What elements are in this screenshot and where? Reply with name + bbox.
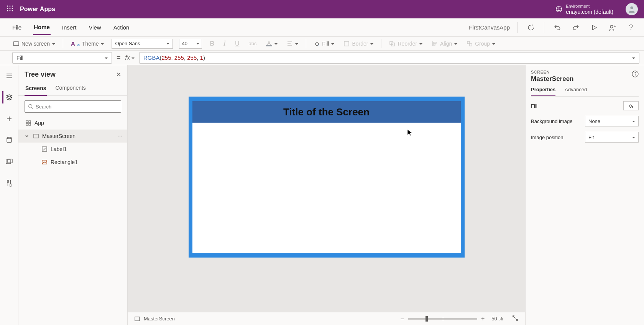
selection-name: MasterScreen — [531, 75, 639, 83]
share-icon[interactable] — [607, 22, 618, 33]
status-bar: MasterScreen − + 50 % — [128, 312, 525, 325]
rail-tools-icon[interactable] — [3, 177, 15, 189]
rail-media-icon[interactable] — [3, 156, 15, 168]
property-select[interactable]: Fill — [12, 52, 112, 64]
font-color-button[interactable]: A — [264, 41, 279, 47]
rail-data-icon[interactable] — [3, 134, 15, 146]
svg-rect-36 — [10, 184, 11, 186]
svg-rect-34 — [7, 180, 8, 182]
label-icon — [41, 146, 48, 152]
chevron-down-icon — [196, 41, 199, 46]
screen-frame[interactable]: Title of the Screen — [189, 97, 465, 258]
svg-rect-14 — [13, 42, 19, 46]
svg-point-11 — [630, 7, 633, 9]
theme-button[interactable]: Aa Theme — [69, 40, 106, 47]
svg-rect-23 — [433, 44, 435, 45]
canvas-area: Title of the Screen MasterScreen − + 50 … — [128, 65, 525, 325]
menu-home[interactable]: Home — [33, 24, 51, 35]
svg-point-0 — [7, 6, 8, 7]
zoom-out-button[interactable]: − — [400, 317, 404, 321]
prop-bg-label: Background image — [531, 118, 572, 124]
chevron-down-icon — [454, 41, 457, 47]
svg-point-31 — [7, 137, 12, 139]
play-icon[interactable] — [589, 22, 600, 33]
canvas-title-rectangle[interactable]: Title of the Screen — [192, 101, 461, 123]
tree-node-label[interactable]: Label1 — [18, 143, 127, 156]
environment-label: Environment — [566, 4, 613, 9]
align-button[interactable]: Align — [430, 41, 459, 47]
left-rail — [0, 65, 18, 325]
svg-point-3 — [7, 8, 8, 9]
zoom-in-button[interactable]: + — [481, 315, 485, 322]
rail-insert-icon[interactable] — [3, 113, 15, 125]
cursor-icon — [407, 129, 412, 136]
svg-rect-40 — [26, 121, 28, 123]
canvas-title-text[interactable]: Title of the Screen — [283, 106, 370, 118]
svg-rect-48 — [135, 317, 140, 321]
more-icon[interactable]: ⋯ — [117, 133, 123, 139]
bold-button[interactable]: B — [208, 40, 216, 47]
info-icon[interactable] — [632, 71, 639, 79]
equals-sign: = — [117, 54, 121, 62]
menu-action[interactable]: Action — [113, 24, 130, 34]
tab-properties[interactable]: Properties — [531, 87, 555, 96]
help-icon[interactable]: ? — [626, 22, 636, 33]
background-image-select[interactable]: None — [585, 116, 639, 126]
tree-node-app[interactable]: App — [18, 117, 127, 130]
group-button[interactable]: Group — [465, 41, 497, 47]
undo-icon[interactable] — [552, 22, 563, 33]
tree-node-rectangle[interactable]: Rectangle1 — [18, 156, 127, 169]
tab-components[interactable]: Components — [54, 83, 86, 95]
chevron-down-icon — [370, 41, 373, 47]
tab-screens[interactable]: Screens — [25, 84, 47, 96]
border-button[interactable]: Border — [342, 41, 375, 47]
screen-surface[interactable]: Title of the Screen — [192, 101, 461, 253]
font-size-select[interactable]: 40 — [179, 39, 202, 49]
tree-search-input[interactable] — [36, 104, 118, 110]
prop-fill-label: Fill — [531, 103, 537, 109]
text-align-button[interactable] — [285, 41, 300, 47]
status-screen-name: MasterScreen — [144, 316, 175, 322]
environment-picker[interactable]: Environment enayu.com (default) — [555, 4, 613, 15]
strikethrough-button[interactable]: abc — [247, 41, 258, 46]
fill-color-button[interactable]: Fill — [312, 41, 336, 47]
fit-to-window-icon[interactable] — [512, 315, 518, 322]
global-header: Power Apps Environment enayu.com (defaul… — [0, 0, 644, 18]
zoom-slider[interactable] — [408, 318, 477, 320]
rail-treeview-icon[interactable] — [2, 91, 15, 103]
ribbon: New screen Aa Theme Open Sans 40 B I U a… — [0, 37, 644, 51]
menu-file[interactable]: File — [12, 24, 22, 34]
svg-rect-24 — [467, 41, 470, 44]
svg-point-6 — [7, 10, 8, 11]
formula-input[interactable]: RGBA(255, 255, 255, 1) — [139, 52, 639, 64]
app-checker-icon[interactable] — [526, 22, 536, 33]
tree-search[interactable] — [25, 100, 121, 113]
tab-advanced[interactable]: Advanced — [565, 87, 587, 96]
svg-marker-12 — [593, 25, 597, 30]
menu-insert[interactable]: Insert — [61, 24, 77, 34]
image-position-select[interactable]: Fit — [585, 132, 639, 143]
font-family-select[interactable]: Open Sans — [112, 39, 173, 49]
tree-node-screen[interactable]: MasterScreen ⋯ — [18, 130, 127, 143]
rectangle-icon — [41, 159, 48, 165]
redo-icon[interactable] — [570, 22, 581, 33]
svg-point-1 — [10, 6, 11, 7]
underline-button[interactable]: U — [233, 40, 241, 47]
canvas-stage[interactable]: Title of the Screen — [128, 65, 525, 312]
rail-hamburger-icon[interactable] — [3, 70, 15, 82]
app-icon — [25, 120, 31, 126]
menu-view[interactable]: View — [88, 24, 102, 34]
close-icon[interactable]: ✕ — [116, 71, 121, 78]
fill-color-swatch[interactable] — [623, 101, 639, 110]
app-launcher-icon[interactable] — [4, 5, 16, 13]
user-avatar[interactable] — [626, 3, 638, 15]
expand-formula-icon[interactable] — [632, 54, 635, 61]
new-screen-button[interactable]: New screen — [12, 41, 57, 47]
chevron-down-icon[interactable] — [24, 133, 30, 139]
fx-icon[interactable]: fx — [125, 54, 135, 61]
border-label: Border — [352, 41, 368, 47]
reorder-button[interactable]: Reorder — [388, 41, 424, 47]
italic-button[interactable]: I — [222, 39, 227, 48]
svg-point-4 — [10, 8, 11, 9]
props-tabs: Properties Advanced — [531, 87, 639, 97]
